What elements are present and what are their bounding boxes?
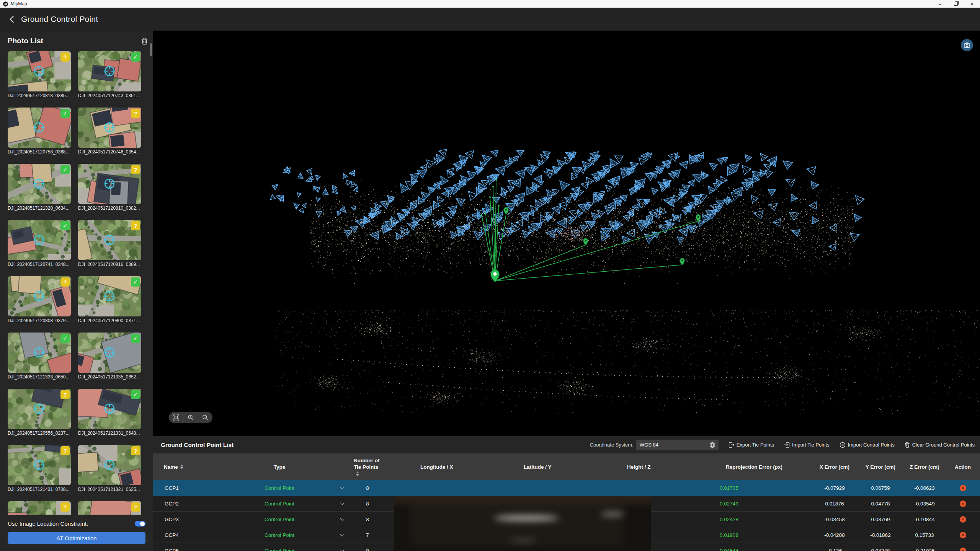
- col-tie-points[interactable]: Number of Tie Points: [348, 457, 387, 477]
- gcp-crosshair-icon: [33, 233, 46, 246]
- export-tie-points-button[interactable]: Export Tie Points: [728, 442, 774, 448]
- zoom-in-button[interactable]: [183, 414, 198, 421]
- gcp-x-error: -0.136: [812, 543, 858, 551]
- gcp-action: ✕: [946, 512, 980, 527]
- minimize-button[interactable]: –: [932, 0, 948, 8]
- gcp-crosshair-icon: [33, 290, 46, 303]
- gcp-x-error: -0.03458: [812, 512, 858, 527]
- fit-view-icon: [173, 414, 179, 421]
- photo-question-badge: ?: [131, 446, 140, 455]
- gcp-latitude: [490, 496, 593, 511]
- sort-icon: [356, 471, 359, 476]
- photo-item[interactable]: ? DJI_20240517120808_0379...: [8, 276, 71, 324]
- photo-item[interactable]: ✓ DJI_20240517120743_0351...: [78, 51, 141, 99]
- photo-item[interactable]: ? DJI_20240517120810_0382...: [78, 164, 141, 212]
- gcp-type-select[interactable]: Control Point: [211, 543, 348, 551]
- col-y-error: Y Error (cm): [858, 464, 903, 470]
- photo-item[interactable]: ? DJI_20240517120746_0354...: [78, 108, 141, 155]
- gcp-action: ✕: [946, 527, 980, 543]
- col-x-error: X Error (cm): [812, 464, 858, 470]
- gcp-name: GCP4: [153, 527, 211, 543]
- photo-thumbnail: ✓: [8, 333, 71, 373]
- photo-filename: DJI_20240517121321_0635...: [78, 487, 141, 492]
- restore-button[interactable]: [948, 0, 964, 8]
- point-cloud-scene: [153, 31, 980, 436]
- chevron-down-icon: [340, 516, 344, 520]
- gcp-crosshair-icon: [103, 290, 116, 303]
- gcp-table-row[interactable]: GCP1 Control Point 8 0.01705 -0.07929 0.…: [153, 480, 980, 496]
- gcp-name: GCP5: [153, 543, 211, 551]
- photo-item[interactable]: ✓ DJI_20240517121331_0648...: [78, 389, 141, 437]
- gcp-table-row[interactable]: GCP5 Control Point 9 0.04544 -0.136 0.04…: [153, 543, 980, 551]
- trash-icon[interactable]: [141, 37, 148, 45]
- close-button[interactable]: ✕: [964, 0, 980, 8]
- photo-filename: DJI_20240517120800_0371...: [78, 318, 141, 323]
- zoom-in-icon: [188, 414, 194, 421]
- zoom-out-button[interactable]: [198, 414, 212, 421]
- fit-view-button[interactable]: [169, 414, 183, 421]
- gcp-latitude: [490, 527, 593, 543]
- photo-item[interactable]: ? DJI_20240517121431_0708...: [8, 445, 71, 493]
- gcp-type-select[interactable]: Control Point: [211, 527, 348, 543]
- zoom-out-icon: [202, 414, 208, 421]
- photo-item[interactable]: ✓ DJI_20240517120758_0368...: [8, 108, 71, 155]
- app-header: Ground Control Point: [0, 8, 980, 31]
- photo-verified-badge: ✓: [60, 165, 70, 174]
- import-control-points-button[interactable]: Import Control Points: [840, 442, 895, 448]
- gcp-longitude: [387, 512, 490, 527]
- photo-filename: DJI_20240517120743_0351...: [78, 93, 141, 98]
- delete-gcp-button[interactable]: ✕: [960, 548, 966, 551]
- delete-gcp-button[interactable]: ✕: [960, 516, 966, 523]
- gcp-type-select[interactable]: Control Point: [211, 496, 348, 511]
- camera-icon: [964, 42, 970, 48]
- snapshot-button[interactable]: [961, 39, 973, 51]
- photo-thumbnail: ?: [78, 445, 141, 485]
- clear-gcp-button[interactable]: Clear Ground Control Points: [905, 442, 975, 448]
- gcp-crosshair-icon: [33, 121, 46, 134]
- at-optimization-button[interactable]: AT Optimization: [8, 532, 145, 544]
- photo-item[interactable]: ? DJI_20240517120813_0385...: [8, 51, 71, 99]
- 3d-viewport[interactable]: [153, 31, 980, 436]
- photo-item[interactable]: ✓ DJI_20240517120800_0371...: [78, 276, 141, 324]
- delete-gcp-button[interactable]: ✕: [960, 485, 966, 491]
- photo-item[interactable]: ✓ DJI_20240517121333_0650...: [8, 333, 71, 380]
- col-name[interactable]: Name: [153, 464, 211, 470]
- col-reprojection-error: Reprojection Error (px): [697, 464, 812, 470]
- photo-item[interactable]: ? DJI_20240517120816_0389...: [78, 220, 141, 268]
- photo-item[interactable]: ? DJI_20240517120556_0237...: [8, 389, 71, 437]
- gcp-reprojection-error: 0.04544: [697, 543, 812, 551]
- gcp-type-select[interactable]: Control Point: [211, 480, 348, 496]
- globe-icon: [709, 442, 715, 448]
- photo-item[interactable]: ✓ DJI_20240517121320_0634...: [8, 164, 71, 212]
- photo-verified-badge: ✓: [60, 334, 70, 343]
- gcp-name: GCP3: [153, 512, 211, 527]
- gcp-y-error: 0.06759: [858, 480, 903, 496]
- photo-list-scrollbar[interactable]: [150, 43, 152, 56]
- photo-item[interactable]: ?: [78, 501, 141, 515]
- gcp-table-row[interactable]: GCP4 Control Point 7 0.01908 -0.04208 -0…: [153, 527, 980, 543]
- photo-verified-badge: ✓: [131, 52, 140, 62]
- photo-item[interactable]: ? DJI_20240517121321_0635...: [78, 445, 141, 493]
- location-constraint-toggle[interactable]: [135, 521, 145, 527]
- col-longitude: Longitude / X: [387, 464, 490, 470]
- gcp-table-row[interactable]: GCP2 Control Point 8 0.02749 0.01876 0.0…: [153, 496, 980, 512]
- gcp-crosshair-icon: [103, 402, 116, 415]
- col-height: Height / Z: [593, 464, 697, 470]
- photo-item[interactable]: ?: [8, 501, 71, 515]
- photo-thumbnail: ✓: [8, 164, 71, 204]
- coordinate-system-field[interactable]: WGS 84: [636, 440, 719, 450]
- photo-filename: DJI_20240517120746_0354...: [78, 149, 141, 155]
- photo-thumbnail: ?: [78, 164, 141, 204]
- photo-filename: DJI_20240517121320_0634...: [8, 205, 71, 211]
- photo-question-badge: ?: [131, 109, 140, 118]
- back-icon[interactable]: [10, 16, 16, 23]
- gcp-y-error: 0.03769: [858, 512, 903, 527]
- delete-gcp-button[interactable]: ✕: [960, 500, 966, 507]
- photo-item[interactable]: ✓ DJI_20240517121335_0652...: [78, 333, 141, 380]
- chevron-down-icon: [340, 500, 344, 505]
- gcp-table-row[interactable]: GCP3 Control Point 8 0.02428 -0.03458 0.…: [153, 512, 980, 527]
- delete-gcp-button[interactable]: ✕: [960, 532, 966, 538]
- gcp-type-select[interactable]: Control Point: [211, 512, 348, 527]
- import-tie-points-button[interactable]: Import Tie Points: [784, 442, 830, 448]
- photo-item[interactable]: ✓ DJI_20240517120741_0348...: [8, 220, 71, 268]
